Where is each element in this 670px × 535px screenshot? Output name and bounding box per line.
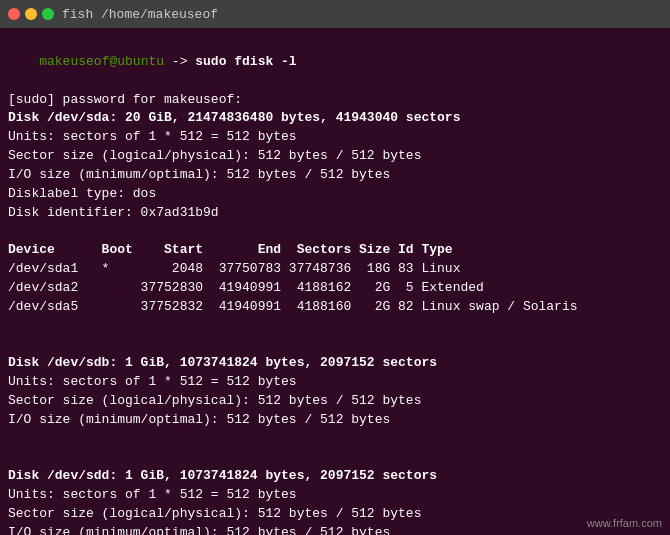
line-sda-io: I/O size (minimum/optimal): 512 bytes / … [8,166,662,185]
empty-line-3 [8,336,662,355]
line-sda-sector: Sector size (logical/physical): 512 byte… [8,147,662,166]
line-sdb-units: Units: sectors of 1 * 512 = 512 bytes [8,373,662,392]
window-title: fish /home/makeuseof [62,7,218,22]
prompt-user: makeuseof@ubuntu [39,54,164,69]
line-sudo: [sudo] password for makeuseof: [8,91,662,110]
prompt-cmd: sudo fdisk -l [187,54,296,69]
partition-table-header: Device Boot Start End Sectors Size Id Ty… [8,241,662,260]
line-sda-units: Units: sectors of 1 * 512 = 512 bytes [8,128,662,147]
title-bar: fish /home/makeuseof [0,0,670,28]
traffic-lights [8,8,54,20]
line-sdd-sector: Sector size (logical/physical): 512 byte… [8,505,662,524]
close-button[interactable] [8,8,20,20]
line-sda-label: Disklabel type: dos [8,185,662,204]
line-sdb-sector: Sector size (logical/physical): 512 byte… [8,392,662,411]
prompt-line: makeuseof@ubuntu -> sudo fdisk -l [8,34,662,91]
line-sda1: /dev/sda1 * 2048 37750783 37748736 18G 8… [8,260,662,279]
empty-line-5 [8,449,662,468]
line-sdb-header: Disk /dev/sdb: 1 GiB, 1073741824 bytes, … [8,354,662,373]
maximize-button[interactable] [42,8,54,20]
watermark: www.frfam.com [587,517,662,529]
empty-line-2 [8,317,662,336]
line-sda-id: Disk identifier: 0x7ad31b9d [8,204,662,223]
empty-line-4 [8,430,662,449]
terminal[interactable]: makeuseof@ubuntu -> sudo fdisk -l [sudo]… [0,28,670,535]
line-sdd-header: Disk /dev/sdd: 1 GiB, 1073741824 bytes, … [8,467,662,486]
line-sda-header: Disk /dev/sda: 20 GiB, 21474836480 bytes… [8,109,662,128]
empty-line-1 [8,222,662,241]
line-sdb-io: I/O size (minimum/optimal): 512 bytes / … [8,411,662,430]
line-sda2: /dev/sda2 37752830 41940991 4188162 2G 5… [8,279,662,298]
line-sdd-units: Units: sectors of 1 * 512 = 512 bytes [8,486,662,505]
minimize-button[interactable] [25,8,37,20]
line-sda5: /dev/sda5 37752832 41940991 4188160 2G 8… [8,298,662,317]
line-sdd-io: I/O size (minimum/optimal): 512 bytes / … [8,524,662,535]
prompt-arrow: -> [164,54,187,69]
